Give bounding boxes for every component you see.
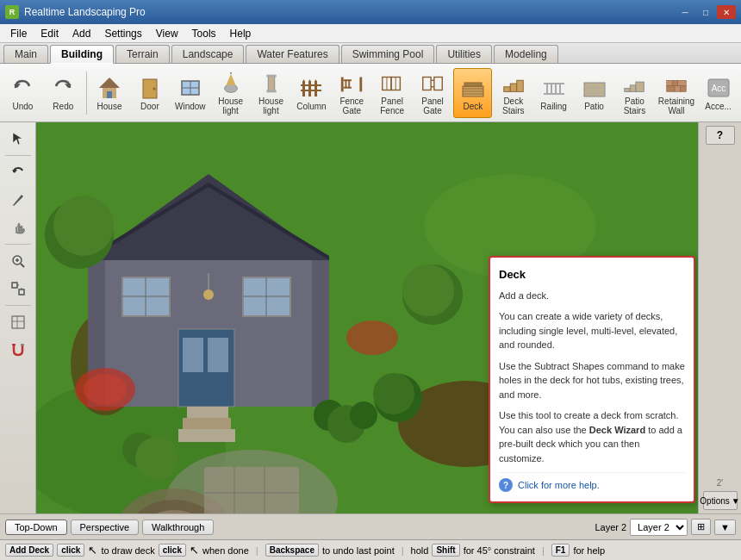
cursor-icon-2: ↖ (190, 544, 199, 557)
panel-gate-button[interactable]: Panel Gate (414, 68, 452, 118)
menu-tools[interactable]: Tools (185, 26, 223, 41)
svg-marker-19 (302, 79, 305, 82)
zoom-tool-button[interactable] (3, 248, 33, 274)
svg-marker-71 (13, 195, 23, 206)
house-light-button[interactable]: House light (211, 68, 250, 118)
patio-button[interactable]: Patio (575, 68, 613, 118)
minimize-button[interactable]: ─ (676, 5, 694, 19)
top-down-button[interactable]: Top-Down (5, 520, 67, 535)
svg-rect-26 (344, 79, 352, 81)
backspace-key: Backspace (265, 544, 319, 557)
svg-rect-28 (346, 79, 347, 88)
menu-add[interactable]: Add (65, 26, 97, 41)
svg-rect-18 (302, 81, 305, 96)
tab-swimming-pool[interactable]: Swimming Pool (341, 45, 435, 63)
tab-landscape[interactable]: Landscape (171, 45, 245, 63)
select-tool-button[interactable] (3, 126, 33, 152)
menu-help[interactable]: Help (223, 26, 258, 41)
svg-rect-44 (510, 84, 517, 91)
help-circle-icon: ? (499, 478, 513, 492)
help-text: for help (573, 545, 605, 556)
layer-dropdown-button[interactable]: ▼ (714, 520, 736, 535)
svg-text:Acc: Acc (711, 84, 725, 93)
tab-building[interactable]: Building (50, 45, 114, 64)
accessories-button[interactable]: Acc Acce... (699, 68, 738, 118)
deck-stairs-icon (500, 71, 527, 96)
svg-rect-108 (187, 407, 228, 420)
menu-file[interactable]: File (3, 26, 34, 41)
deck-tooltip: Deck Add a deck. You can create a wide v… (489, 256, 695, 503)
tab-terrain[interactable]: Terrain (115, 45, 170, 63)
tab-modeling[interactable]: Modeling (494, 45, 558, 63)
svg-rect-109 (183, 418, 231, 431)
canvas-area[interactable]: Deck Add a deck. You can create a wide v… (36, 122, 698, 513)
patio-icon (581, 74, 608, 102)
close-button[interactable]: ✕ (717, 5, 736, 19)
window-button[interactable]: Window (171, 68, 209, 118)
menu-view[interactable]: View (149, 26, 185, 41)
undo-button[interactable]: Undo (3, 68, 42, 118)
cursor-icon-1: ↖ (88, 544, 97, 557)
redo-button[interactable]: Redo (44, 68, 83, 118)
options-dropdown-button[interactable]: Options ▼ (703, 491, 738, 510)
door-icon (136, 74, 164, 102)
menu-settings[interactable]: Settings (97, 26, 148, 41)
svg-marker-23 (314, 79, 317, 82)
svg-rect-73 (16, 227, 17, 233)
svg-rect-27 (344, 86, 352, 88)
perspective-button[interactable]: Perspective (71, 520, 139, 535)
layer-icon: ⊞ (697, 521, 705, 532)
edit-tool-button[interactable] (3, 187, 33, 213)
panel-gate-icon (419, 71, 446, 96)
maximize-button[interactable]: □ (696, 5, 715, 19)
grid-button[interactable] (3, 309, 33, 335)
patio-stairs-button[interactable]: Patio Stairs (615, 68, 654, 118)
fence-button[interactable]: Column (292, 68, 331, 118)
door-button[interactable]: Door (130, 68, 169, 118)
deck-stairs-button[interactable]: Deck Stairs (494, 68, 532, 118)
popup-help-link[interactable]: ? Click for more help. (499, 472, 685, 493)
column-button[interactable]: House light (252, 68, 290, 118)
help-button[interactable]: ? (706, 126, 735, 145)
svg-rect-15 (266, 90, 276, 92)
scene-viewport[interactable]: Deck Add a deck. You can create a wide v… (36, 122, 698, 513)
house-button[interactable]: House (90, 68, 129, 118)
walkthrough-button[interactable]: Walkthrough (142, 520, 214, 535)
svg-rect-43 (504, 86, 511, 91)
layer-options-button[interactable]: ⊞ (691, 519, 711, 535)
railing-button[interactable]: Railing (534, 68, 573, 118)
hold-text: hold (411, 545, 429, 556)
view-nav: Top-Down Perspective Walkthrough Layer 2… (0, 513, 741, 539)
svg-marker-70 (12, 170, 17, 173)
svg-point-133 (135, 437, 178, 480)
magnet-button[interactable] (3, 337, 33, 363)
deck-button[interactable]: Deck (453, 68, 492, 118)
svg-rect-34 (423, 77, 431, 90)
house-icon (96, 74, 123, 102)
main-area: Deck Add a deck. You can create a wide v… (0, 122, 741, 513)
retaining-wall-button[interactable]: Retaining Wall (656, 68, 697, 118)
panel-fence-button[interactable]: Panel Fence (373, 68, 412, 118)
tab-utilities[interactable]: Utilities (436, 45, 492, 63)
retaining-wall-icon (663, 71, 690, 96)
svg-marker-2 (99, 78, 120, 88)
svg-point-131 (350, 401, 377, 429)
fence-gate-button[interactable]: Fence Gate (333, 68, 371, 118)
svg-marker-11 (226, 73, 235, 84)
rotate-tool-button[interactable] (3, 159, 33, 185)
tab-main[interactable]: Main (3, 45, 48, 63)
left-toolbar (0, 122, 36, 513)
click-key-2: click (159, 544, 186, 557)
pencil-icon (10, 192, 26, 208)
layer-select[interactable]: Layer 2 Layer 1 Layer 3 (630, 519, 688, 536)
svg-marker-69 (13, 133, 22, 145)
chevron-down-icon: ▼ (732, 496, 740, 506)
fit-view-button[interactable] (3, 276, 33, 302)
menu-edit[interactable]: Edit (34, 26, 65, 41)
tab-water-features[interactable]: Water Features (246, 45, 339, 63)
pan-tool-button[interactable] (3, 215, 33, 240)
deck-icon (459, 74, 487, 102)
menubar: File Edit Add Settings View Tools Help (0, 24, 741, 43)
undo-icon (9, 74, 36, 102)
svg-rect-24 (341, 77, 344, 91)
